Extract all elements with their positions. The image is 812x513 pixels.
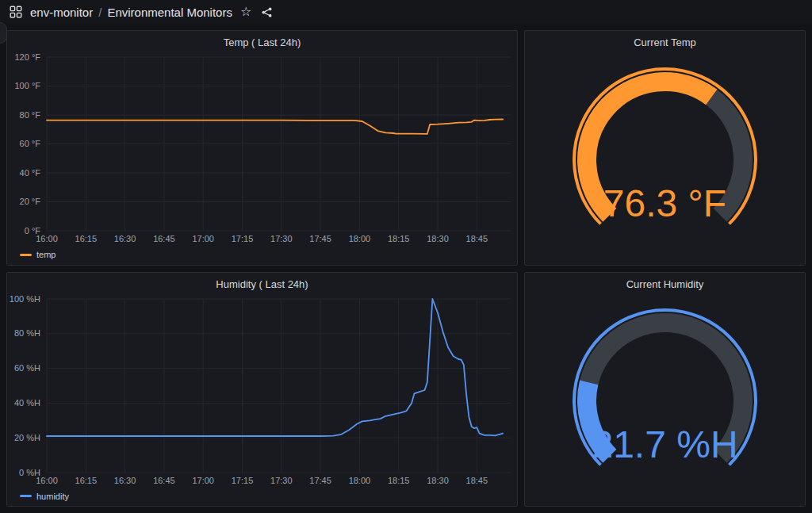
humidity-chart-legend: humidity (7, 492, 517, 507)
svg-text:18:45: 18:45 (466, 234, 488, 243)
svg-text:17:00: 17:00 (192, 234, 214, 243)
svg-text:18:45: 18:45 (466, 476, 488, 485)
temp-chart-legend: temp (7, 250, 517, 265)
svg-text:80 %H: 80 %H (14, 328, 40, 338)
svg-text:16:30: 16:30 (114, 476, 136, 485)
breadcrumb: env-monitor / Environmental Monitors (30, 6, 232, 19)
svg-text:100 °F: 100 °F (14, 81, 40, 90)
svg-text:17:30: 17:30 (270, 476, 293, 485)
breadcrumb-dashboard-title[interactable]: Environmental Monitors (107, 6, 232, 19)
legend-label-temp: temp (36, 250, 56, 259)
svg-text:40 %H: 40 %H (14, 397, 40, 407)
legend-item-humidity[interactable]: humidity (20, 492, 69, 501)
panel-humidity-timeseries: Humidity ( Last 24h) 0 %H20 %H40 %H60 %H… (6, 272, 518, 507)
panel-title-temp-series: Temp ( Last 24h) (7, 31, 517, 51)
star-icon[interactable]: ☆ (239, 4, 253, 20)
svg-text:16:00: 16:00 (36, 234, 58, 243)
humidity-chart-canvas[interactable]: 0 %H20 %H40 %H60 %H80 %H100 %H16:0016:15… (7, 293, 517, 492)
svg-text:21.7 %H: 21.7 %H (592, 423, 737, 465)
breadcrumb-folder[interactable]: env-monitor (30, 6, 93, 19)
svg-text:18:00: 18:00 (349, 234, 371, 243)
temp-chart-canvas[interactable]: 0 °F20 °F40 °F60 °F80 °F100 °F120 °F16:0… (7, 51, 517, 250)
panel-current-humidity: Current Humidity 21.7 %H (524, 272, 806, 507)
svg-text:16:45: 16:45 (153, 476, 175, 485)
svg-text:16:45: 16:45 (153, 234, 175, 243)
svg-text:16:30: 16:30 (114, 234, 136, 243)
legend-label-humidity: humidity (36, 492, 69, 501)
svg-text:60 °F: 60 °F (20, 139, 41, 148)
share-icon[interactable] (259, 5, 274, 20)
temp-gauge: 76.3 °F (525, 52, 805, 265)
svg-text:20 °F: 20 °F (20, 197, 41, 206)
svg-text:18:30: 18:30 (427, 476, 449, 485)
svg-text:40 °F: 40 °F (20, 168, 41, 178)
svg-text:17:15: 17:15 (232, 234, 254, 243)
svg-text:18:00: 18:00 (349, 476, 371, 485)
svg-text:17:45: 17:45 (309, 234, 331, 243)
svg-text:100 %H: 100 %H (10, 293, 40, 303)
svg-text:60 %H: 60 %H (14, 363, 40, 373)
svg-text:17:45: 17:45 (309, 476, 331, 485)
humidity-gauge: 21.7 %H (525, 293, 805, 506)
legend-item-temp[interactable]: temp (20, 250, 56, 259)
svg-text:18:15: 18:15 (388, 476, 410, 485)
svg-text:16:15: 16:15 (75, 234, 98, 243)
svg-text:16:15: 16:15 (75, 476, 98, 485)
svg-text:18:15: 18:15 (388, 234, 410, 243)
svg-text:16:00: 16:00 (36, 476, 58, 485)
legend-color-chip-humidity (20, 495, 32, 497)
star-icon-glyph: ☆ (240, 6, 251, 18)
panel-title-current-humidity: Current Humidity (525, 273, 805, 293)
svg-text:17:00: 17:00 (192, 476, 214, 485)
svg-text:20 %H: 20 %H (14, 432, 40, 442)
panel-title-humidity-series: Humidity ( Last 24h) (7, 273, 517, 293)
panel-current-temp: Current Temp 76.3 °F (524, 30, 806, 266)
svg-text:80 °F: 80 °F (20, 110, 41, 120)
apps-grid-icon[interactable] (8, 4, 24, 20)
legend-color-chip-temp (20, 254, 32, 256)
svg-text:120 °F: 120 °F (14, 52, 40, 62)
panel-temp-timeseries: Temp ( Last 24h) 0 °F20 °F40 °F60 °F80 °… (6, 30, 518, 266)
dashboard-grid: Temp ( Last 24h) 0 °F20 °F40 °F60 °F80 °… (0, 24, 812, 513)
top-bar: env-monitor / Environmental Monitors ☆ (0, 0, 812, 24)
breadcrumb-separator: / (98, 6, 102, 19)
apps-grid-icon-glyph (10, 6, 22, 18)
svg-text:17:15: 17:15 (232, 476, 254, 485)
svg-text:18:30: 18:30 (427, 234, 449, 243)
share-icon-glyph (261, 6, 273, 18)
svg-text:17:30: 17:30 (270, 234, 293, 243)
svg-text:76.3 °F: 76.3 °F (603, 182, 726, 224)
panel-title-current-temp: Current Temp (525, 31, 805, 52)
